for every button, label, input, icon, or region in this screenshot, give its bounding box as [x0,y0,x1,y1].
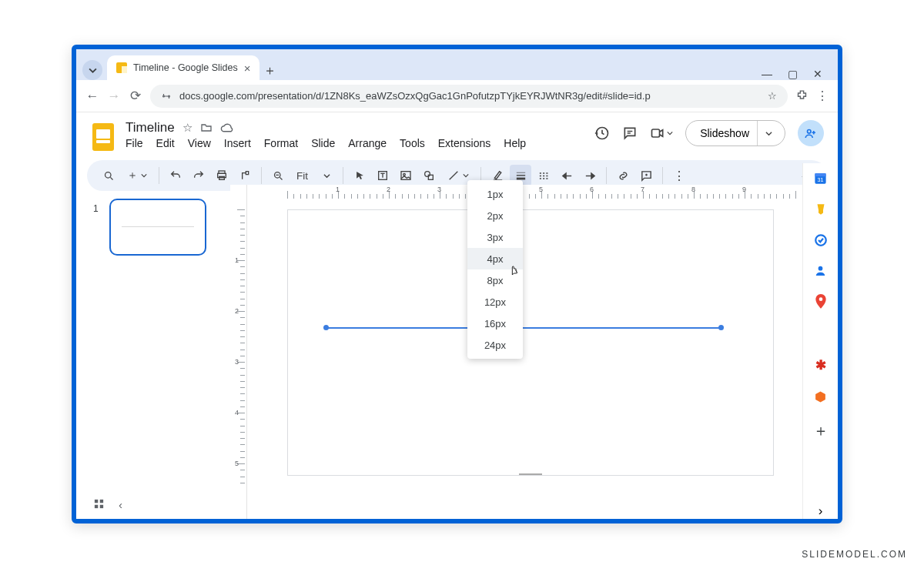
line-dash-button[interactable] [533,165,554,186]
reload-button[interactable]: ⟳ [129,88,142,104]
textbox-button[interactable] [372,165,393,186]
line-weight-option-4px[interactable]: 4px [467,248,523,269]
url-text: docs.google.com/presentation/d/1ZN8Ks_ea… [179,90,651,102]
slide-number: 1 [93,203,99,214]
vertical-ruler: 12345 [230,185,247,519]
menu-help[interactable]: Help [504,137,526,149]
line-weight-option-24px[interactable]: 24px [467,334,523,356]
grid-view-button[interactable] [93,498,105,511]
svg-point-26 [819,266,823,271]
zoom-out-button[interactable] [267,165,289,186]
extensions-icon[interactable] [795,89,808,102]
slides-logo[interactable] [90,120,116,154]
window-close-button[interactable]: ✕ [813,68,822,80]
zoom-level[interactable]: Fit [290,165,314,186]
line-weight-option-1px[interactable]: 1px [467,183,523,205]
maps-icon[interactable] [815,294,827,309]
menu-tools[interactable]: Tools [400,137,425,149]
print-button[interactable] [211,165,233,186]
slideshow-button[interactable]: Slideshow [685,120,785,146]
slideshow-label: Slideshow [700,127,749,139]
window-maximize-button[interactable]: ▢ [788,68,798,80]
paint-format-button[interactable] [234,165,256,186]
more-tools-button[interactable]: ⋮ [668,165,690,186]
slideshow-dropdown[interactable] [757,121,780,146]
menu-extensions[interactable]: Extensions [438,137,490,149]
prev-slide-button[interactable]: ‹ [119,498,122,511]
menu-edit[interactable]: Edit [156,137,175,149]
new-slide-button[interactable]: ＋ [121,165,153,186]
move-icon[interactable] [200,122,213,134]
meet-icon[interactable] [650,125,673,141]
comments-icon[interactable] [622,125,638,141]
calendar-icon[interactable]: 31 [813,171,828,186]
line-weight-option-2px[interactable]: 2px [467,205,523,226]
svg-point-3 [808,130,812,134]
redo-button[interactable] [188,165,209,186]
back-button[interactable]: ← [85,89,99,104]
svg-rect-18 [95,500,98,503]
insert-link-button[interactable] [612,165,634,186]
window-minimize-button[interactable]: — [762,68,772,80]
speaker-notes-handle[interactable] [519,473,542,477]
browser-menu-icon[interactable]: ⋮ [816,89,829,103]
canvas-area: 123456789 [247,185,838,519]
new-tab-button[interactable]: ＋ [259,60,280,80]
side-panel: 31 ✱ ＋ › [802,163,838,519]
app-header: Timeline ☆ File Edit View Insert Format … [76,112,838,156]
zoom-dropdown[interactable] [316,165,337,186]
get-addons-button[interactable]: ＋ [813,420,829,441]
line-shape[interactable] [326,327,721,329]
svg-rect-20 [95,505,98,508]
tab-close-button[interactable]: × [244,62,251,74]
menu-view[interactable]: View [188,137,211,149]
line-handle-right[interactable] [718,325,724,330]
shape-button[interactable] [418,165,440,186]
line-weight-option-16px[interactable]: 16px [467,313,523,334]
bookmark-star-icon[interactable]: ☆ [768,90,777,102]
select-tool-button[interactable] [349,165,370,186]
window-controls: — ▢ ✕ [762,68,832,80]
svg-rect-2 [652,129,660,137]
slide-thumbnail-1[interactable] [109,199,206,256]
forward-button[interactable]: → [107,89,121,104]
contacts-icon[interactable] [814,264,827,277]
cloud-status-icon[interactable] [220,122,233,135]
star-icon[interactable]: ☆ [182,121,192,135]
line-weight-option-3px[interactable]: 3px [467,226,523,248]
line-weight-option-12px[interactable]: 12px [467,291,523,313]
menu-bar: File Edit View Insert Format Slide Arran… [126,137,526,149]
line-weight-option-8px[interactable]: 8px [467,269,523,291]
addon-2-icon[interactable] [814,390,827,403]
menu-insert[interactable]: Insert [224,137,251,149]
line-start-button[interactable] [556,165,578,186]
image-button[interactable] [395,165,417,186]
browser-tab[interactable]: Timeline - Google Slides × [107,55,259,80]
menu-format[interactable]: Format [264,137,298,149]
insert-comment-button[interactable] [635,165,657,186]
history-icon[interactable] [594,125,610,141]
doc-title[interactable]: Timeline [126,120,175,135]
site-info-icon[interactable] [161,91,172,102]
line-handle-left[interactable] [323,325,329,330]
hide-sidepanel-button[interactable]: › [819,503,823,519]
svg-rect-23 [815,173,825,176]
menu-arrange[interactable]: Arrange [348,137,387,149]
undo-button[interactable] [165,165,186,186]
menu-file[interactable]: File [126,137,143,149]
svg-point-12 [425,172,430,177]
browser-window: Timeline - Google Slides × ＋ — ▢ ✕ ← → ⟳… [72,45,842,523]
search-menus-button[interactable] [98,165,119,186]
address-bar[interactable]: docs.google.com/presentation/d/1ZN8Ks_ea… [150,85,788,108]
tab-search-button[interactable] [82,60,102,80]
share-button[interactable] [798,120,824,146]
menu-slide[interactable]: Slide [311,137,335,149]
line-end-button[interactable] [579,165,601,186]
addon-1-icon[interactable]: ✱ [815,357,826,373]
tasks-icon[interactable] [814,233,828,247]
slide-canvas[interactable] [287,209,774,476]
tab-strip: Timeline - Google Slides × ＋ — ▢ ✕ [76,49,838,80]
horizontal-ruler: 123456789 [247,185,802,200]
keep-icon[interactable] [814,202,828,216]
svg-rect-21 [100,505,103,508]
